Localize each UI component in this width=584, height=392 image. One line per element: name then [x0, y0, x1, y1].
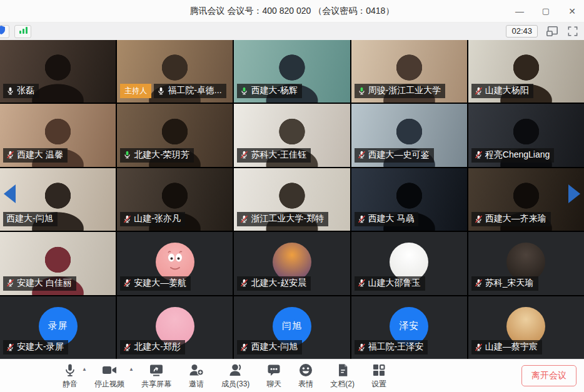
video-tile[interactable]: 周骏-浙江工业大学 — [351, 40, 467, 103]
participant-name: 山建大杨阳 — [485, 85, 529, 96]
participant-name: 西建大—齐来瑜 — [485, 213, 546, 224]
video-grid-area: 张磊主持人福工院-卓德...西建大-杨辉周骏-浙江工业大学山建大杨阳西建大 温馨… — [0, 40, 584, 359]
mic-icon — [240, 87, 248, 95]
toolbar-item-camera[interactable]: ▲停止视频 — [94, 363, 124, 389]
participant-name-label: 张磊 — [3, 84, 39, 98]
video-tile[interactable]: 北建大-赵安晨 — [234, 232, 350, 294]
participant-name-label: 福工院-王泽安 — [355, 340, 428, 354]
next-page-arrow[interactable] — [568, 184, 580, 203]
settings-icon — [371, 363, 386, 378]
toolbar-item-label: 聊天 — [266, 379, 281, 389]
minimize-button[interactable]: — — [514, 7, 525, 16]
mic-muted-icon — [358, 343, 366, 351]
security-shield-button[interactable] — [0, 25, 9, 38]
participant-name-label: 山建—蔡宇宸 — [471, 340, 542, 354]
participant-name-label: 西建大—史可鉴 — [355, 148, 434, 163]
video-tile[interactable]: 安建大—姜航 — [117, 232, 233, 294]
switch-layout-icon[interactable] — [545, 25, 559, 38]
video-tile[interactable]: 山建大杨阳 — [468, 40, 584, 103]
video-tile[interactable]: 山建—蔡宇宸 — [468, 296, 584, 359]
participant-name: 山建大邵鲁玉 — [368, 278, 421, 289]
shield-icon — [0, 25, 6, 38]
video-tile[interactable]: 西建大 温馨 — [0, 104, 116, 166]
video-tile[interactable]: 苏科_宋天瑜 — [468, 232, 584, 294]
video-tile[interactable]: 安建大 白佳丽 — [0, 232, 116, 294]
video-tile[interactable]: 程亮ChengLiang — [468, 104, 584, 166]
video-tile[interactable]: 西建大 马骉 — [351, 168, 467, 231]
prev-page-arrow[interactable] — [4, 184, 16, 203]
title-bar: 腾讯会议 会议号：400 820 020 （会议密码：0418） — ▢ ✕ — [0, 0, 584, 23]
participant-name-label: 西建大 马骉 — [355, 212, 419, 226]
network-signal-button[interactable] — [14, 25, 31, 38]
toolbar-item-document[interactable]: 文档(2) — [330, 363, 355, 389]
microphone-icon — [63, 363, 77, 378]
participant-name-label: 西建大-闫旭 — [3, 212, 58, 226]
video-tile[interactable]: 北建大-郑彤 — [117, 296, 233, 359]
video-tile[interactable]: 苏科大-王佳钰 — [234, 104, 350, 166]
mic-muted-icon — [240, 215, 248, 223]
toolbar-item-microphone[interactable]: ▲静音 — [63, 363, 78, 389]
chevron-up-icon[interactable]: ▲ — [129, 366, 134, 372]
participant-name: 北建大-赵安晨 — [251, 278, 306, 289]
participant-name-label: 安建大—姜航 — [120, 276, 191, 291]
mic-muted-icon — [475, 151, 483, 159]
mic-muted-icon — [6, 279, 14, 287]
participant-name-label: 西建大—齐来瑜 — [471, 212, 551, 226]
video-tile[interactable]: 西建大—齐来瑜 — [468, 168, 584, 231]
mic-icon — [123, 151, 131, 159]
video-tile[interactable]: 西建大—史可鉴 — [351, 104, 467, 166]
participant-name-label: 西建大-闫旭 — [237, 340, 302, 354]
maximize-button[interactable]: ▢ — [540, 7, 551, 15]
mic-muted-icon — [475, 343, 483, 351]
video-tile[interactable]: 山建-张亦凡 — [117, 168, 233, 231]
chevron-up-icon[interactable]: ▲ — [82, 366, 87, 372]
mic-muted-icon — [358, 279, 366, 287]
participant-name-label: 西建大-杨辉 — [237, 84, 302, 98]
participant-name: 苏科_宋天瑜 — [485, 278, 534, 289]
fullscreen-icon[interactable] — [566, 25, 579, 38]
participant-name-label: 西建大 温馨 — [3, 148, 68, 163]
video-tile[interactable]: 浙江工业大学-郑特 — [234, 168, 350, 231]
toolbar-item-label: 静音 — [63, 379, 78, 389]
network-signal-icon — [18, 26, 28, 37]
participant-name-label: 北建大-郑彤 — [120, 340, 185, 354]
video-tile[interactable]: 西建大-闫旭 — [0, 168, 116, 231]
participant-name-label: 浙江工业大学-郑特 — [237, 212, 328, 226]
participant-name: 西建大—史可鉴 — [368, 149, 430, 161]
toolbar-item-label: 表情 — [298, 379, 313, 389]
participant-name-label: 安建大-录屏 — [3, 340, 68, 354]
invite-icon — [188, 363, 204, 378]
video-tile[interactable]: 西建大-杨辉 — [234, 40, 350, 103]
toolbar-item-invite[interactable]: 邀请 — [188, 363, 204, 389]
share-screen-icon — [148, 363, 164, 378]
participant-name: 北建大-郑彤 — [134, 341, 181, 353]
participant-name: 西建大 温馨 — [17, 149, 63, 161]
toolbar-item-settings[interactable]: 设置 — [371, 363, 386, 389]
mic-muted-icon — [240, 343, 248, 351]
participant-name: 安建大 白佳丽 — [17, 278, 72, 289]
window-controls: — ▢ ✕ — [514, 0, 578, 22]
mic-icon — [157, 87, 165, 95]
leave-meeting-button[interactable]: 离开会议 — [521, 365, 576, 386]
video-tile[interactable]: 闫旭西建大-闫旭 — [234, 296, 350, 359]
video-tile[interactable]: 主持人福工院-卓德... — [117, 40, 233, 103]
video-tile[interactable]: 张磊 — [0, 40, 116, 103]
video-tile[interactable]: 录屏安建大-录屏 — [0, 296, 116, 359]
video-grid: 张磊主持人福工院-卓德...西建大-杨辉周骏-浙江工业大学山建大杨阳西建大 温馨… — [0, 40, 584, 359]
participant-name: 福工院-王泽安 — [368, 341, 424, 353]
video-tile[interactable]: 山建大邵鲁玉 — [351, 232, 467, 294]
toolbar-item-share-screen[interactable]: 共享屏幕 — [141, 363, 171, 389]
mic-muted-icon — [475, 87, 483, 95]
participant-name: 北建大-荣玥芳 — [134, 149, 189, 161]
meeting-timer: 02:43 — [506, 25, 538, 38]
participant-name: 程亮ChengLiang — [485, 149, 550, 161]
toolbar-item-members[interactable]: 成员(33) — [221, 363, 249, 389]
video-tile[interactable]: 泽安福工院-王泽安 — [351, 296, 467, 359]
participant-name-label: 福工院-卓德... — [154, 84, 226, 98]
toolbar-item-emoji[interactable]: 表情 — [298, 363, 313, 389]
participant-name-label: 北建大-荣玥芳 — [120, 148, 194, 163]
chat-icon — [266, 363, 281, 378]
video-tile[interactable]: 北建大-荣玥芳 — [117, 104, 233, 166]
toolbar-item-chat[interactable]: 聊天 — [266, 363, 281, 389]
close-button[interactable]: ✕ — [566, 7, 578, 16]
